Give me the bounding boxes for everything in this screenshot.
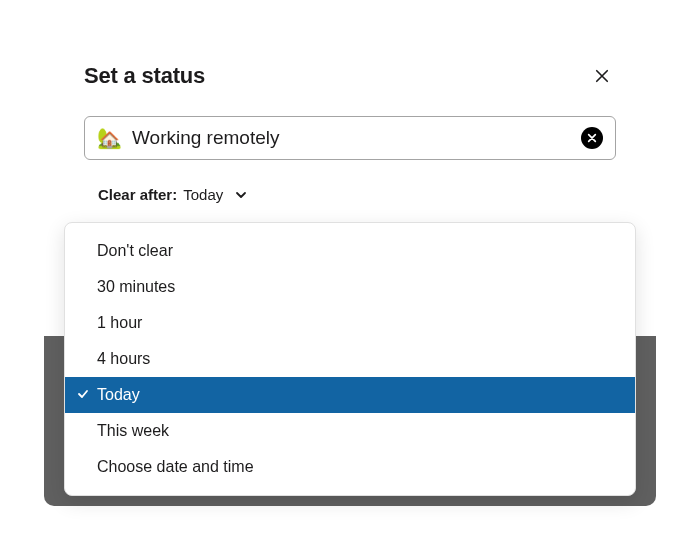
dropdown-item[interactable]: Choose date and time — [65, 449, 635, 485]
status-input-container[interactable]: 🏡 — [84, 116, 616, 160]
dropdown-item[interactable]: 30 minutes — [65, 269, 635, 305]
dropdown-item[interactable]: Today — [65, 377, 635, 413]
check-icon — [77, 383, 89, 407]
clear-status-button[interactable] — [581, 127, 603, 149]
close-icon — [593, 67, 611, 85]
set-status-modal: Set a status 🏡 Clear after: Today — [56, 38, 644, 225]
clear-after-value: Today — [183, 186, 223, 203]
dropdown-item[interactable]: This week — [65, 413, 635, 449]
dropdown-item[interactable]: Don't clear — [65, 233, 635, 269]
dropdown-item-label: This week — [97, 422, 169, 439]
chevron-down-icon — [235, 189, 247, 201]
clear-after-dropdown: Don't clear30 minutes1 hour4 hoursTodayT… — [64, 222, 636, 496]
status-text-input[interactable] — [132, 127, 571, 149]
close-button[interactable] — [588, 62, 616, 90]
dropdown-item-label: 30 minutes — [97, 278, 175, 295]
modal-header: Set a status — [84, 62, 616, 90]
clear-after-label: Clear after: — [98, 186, 177, 203]
dropdown-item-label: Don't clear — [97, 242, 173, 259]
clear-after-selector[interactable]: Clear after: Today — [84, 186, 616, 203]
dropdown-item-label: Choose date and time — [97, 458, 254, 475]
modal-title: Set a status — [84, 63, 205, 89]
dropdown-item-label: 4 hours — [97, 350, 150, 367]
dropdown-item[interactable]: 4 hours — [65, 341, 635, 377]
dropdown-item[interactable]: 1 hour — [65, 305, 635, 341]
dropdown-item-label: 1 hour — [97, 314, 142, 331]
clear-icon — [587, 133, 597, 143]
dropdown-item-label: Today — [97, 386, 140, 403]
status-emoji-icon[interactable]: 🏡 — [97, 126, 122, 150]
